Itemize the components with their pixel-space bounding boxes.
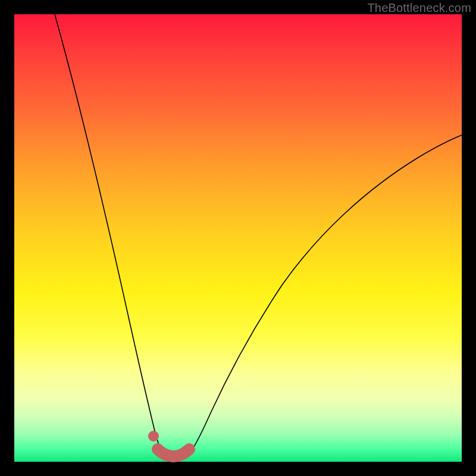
watermark-text: TheBottleneck.com [367, 1, 471, 15]
optimal-range-band [158, 449, 189, 456]
bottleneck-curve-left [55, 14, 164, 455]
chart-plot-area [14, 14, 462, 462]
chart-svg [14, 14, 462, 462]
bottleneck-curve-right [189, 135, 462, 455]
marker-dot [148, 431, 159, 441]
